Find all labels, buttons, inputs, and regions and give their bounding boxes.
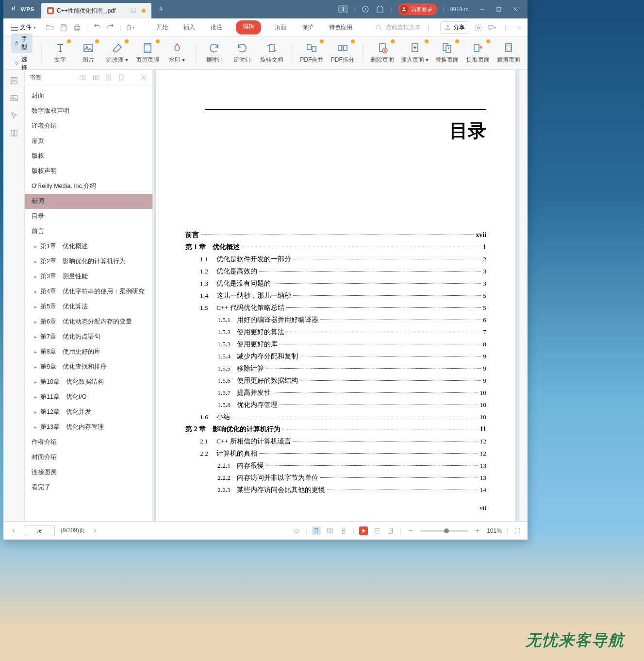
insert-page-button[interactable]: 插入页面 ▾ — [402, 40, 428, 66]
bookmark-item[interactable]: 献词 — [25, 194, 152, 209]
bookmark-item[interactable]: ▸第2章 影响优化的计算机行为 — [25, 254, 152, 269]
more-icon[interactable]: ⋮ — [501, 23, 510, 32]
bookmark-item[interactable]: ▸第3章 测量性能 — [25, 269, 152, 284]
bookmark-item[interactable]: ▸第5章 优化算法 — [25, 299, 152, 314]
menu-tab-3[interactable]: 编辑 — [236, 20, 261, 34]
new-tab-button[interactable]: + — [151, 4, 170, 15]
fit-page-icon[interactable] — [386, 526, 395, 535]
collapse-ribbon-icon[interactable] — [515, 23, 524, 32]
menu-tab-4[interactable]: 页面 — [273, 20, 288, 34]
bookmark-item[interactable]: 数字版权声明 — [25, 103, 152, 119]
document-area[interactable]: 目录 前言xvii第 1 章 优化概述11.1优化是软件开发的一部分21.2优化… — [153, 70, 519, 521]
collapse-all-icon[interactable] — [92, 74, 100, 82]
thumbnail-view-icon[interactable] — [9, 76, 19, 85]
bookmark-item[interactable]: 扉页 — [25, 134, 152, 149]
bookmark-item[interactable]: ▸第13章 优化内存管理 — [25, 420, 152, 435]
rotate-cw-button[interactable]: 顺时针 — [204, 40, 224, 66]
bookmark-tools — [80, 74, 148, 82]
settings-icon[interactable] — [474, 23, 483, 32]
add-bookmark-icon[interactable] — [105, 74, 113, 82]
single-page-view-icon[interactable] — [312, 526, 321, 535]
close-button[interactable] — [507, 2, 524, 16]
replace-page-button[interactable]: 替换页面 — [436, 40, 458, 66]
bookmark-item[interactable]: O'Reilly Media, Inc.介绍 — [25, 179, 152, 194]
image-button[interactable]: 图片 — [79, 40, 98, 66]
extract-page-button[interactable]: 提取页面 — [467, 40, 489, 66]
close-panel-icon[interactable] — [140, 74, 148, 82]
open-folder-icon[interactable] — [46, 23, 54, 32]
bookmark-item[interactable]: 看完了 — [25, 480, 152, 495]
status-divider-4: | — [507, 527, 508, 534]
bookmark-item[interactable]: ▸第12章 优化并发 — [25, 405, 152, 420]
bookmark-item[interactable]: ▸第11章 优化I/O — [25, 390, 152, 405]
zoom-out-button[interactable]: − — [406, 526, 415, 535]
print-icon[interactable] — [73, 23, 82, 32]
feedback-icon[interactable]: ▾ — [488, 23, 496, 32]
annotation-icon[interactable] — [9, 111, 19, 120]
eye-protect-icon[interactable] — [292, 526, 301, 535]
bookmark-item[interactable]: ▸第10章 优化数据结构 — [25, 374, 152, 390]
search-box[interactable]: 点此查找文本 ⋮ — [371, 21, 435, 34]
bookmark-item[interactable]: 版权声明 — [25, 164, 152, 179]
bookmark-item[interactable]: ▸第6章 优化动态分配内存的变量 — [25, 314, 152, 329]
header-footer-button[interactable]: 页眉页脚 — [136, 40, 158, 66]
bookmark-item[interactable]: 封面 — [25, 88, 152, 103]
export-icon[interactable]: ▾ — [126, 23, 135, 32]
bookmark-flag-icon[interactable] — [117, 74, 125, 82]
bookmark-rail-icon[interactable] — [9, 128, 19, 138]
bookmark-item[interactable]: 作者介绍 — [25, 435, 152, 450]
eraser-button[interactable]: 涂改液 ▾ — [107, 40, 128, 66]
play-button[interactable] — [359, 526, 368, 535]
bookmark-item[interactable]: ▸第9章 优化查找和排序 — [25, 359, 152, 374]
bookmark-item[interactable]: 版权 — [25, 149, 152, 164]
menu-tab-5[interactable]: 保护 — [300, 20, 315, 34]
wps-logo[interactable]: WPS — [3, 5, 41, 13]
hand-tool-button[interactable]: 手型 — [11, 34, 33, 53]
share-button[interactable]: 分享 — [440, 21, 469, 34]
menu-tab-1[interactable]: 插入 — [182, 20, 197, 34]
undo-icon[interactable] — [93, 23, 101, 32]
pdf-split-button[interactable]: PDF拆分 — [331, 40, 353, 66]
zoom-slider[interactable] — [420, 530, 468, 532]
zoom-in-button[interactable]: + — [473, 526, 482, 535]
two-page-view-icon[interactable] — [326, 526, 334, 535]
bookmark-item[interactable]: ▸第7章 优化热点语句 — [25, 329, 152, 344]
bookmark-item[interactable]: 译者介绍 — [25, 119, 152, 134]
bookmark-item[interactable]: 前言 — [25, 224, 152, 239]
continuous-view-icon[interactable] — [339, 526, 348, 535]
document-tab[interactable]: C++性能优化指南_.pdf — [41, 3, 151, 18]
login-button[interactable]: 访客登录 — [398, 3, 437, 15]
zoom-thumb[interactable] — [444, 528, 449, 533]
bookmark-item[interactable]: ▸第1章 优化概述 — [25, 239, 152, 254]
bookmark-item[interactable]: ▸第4章 优化字符串的使用：案例研究 — [25, 284, 152, 299]
bookmark-item[interactable]: 封面介绍 — [25, 450, 152, 465]
notification-badge[interactable]: 1 — [338, 5, 348, 13]
bookmark-item[interactable]: 目录 — [25, 209, 152, 224]
save-icon[interactable] — [59, 23, 68, 32]
rotate-ccw-button[interactable]: 逆时针 — [232, 40, 252, 66]
text-button[interactable]: 文字 — [50, 40, 70, 66]
fit-width-icon[interactable] — [373, 526, 381, 535]
cloud-sync-icon[interactable] — [361, 5, 370, 14]
bookmark-item[interactable]: 连接图灵 — [25, 465, 152, 480]
menu-tab-6[interactable]: 特色应用 — [327, 20, 354, 34]
prev-page-button[interactable] — [9, 526, 18, 535]
redo-icon[interactable] — [106, 23, 115, 32]
skin-icon[interactable] — [376, 5, 384, 14]
gallery-view-icon[interactable] — [9, 93, 19, 103]
minimize-button[interactable] — [474, 2, 491, 16]
crop-page-button[interactable]: 裁剪页面 — [498, 40, 520, 66]
menu-tab-0[interactable]: 开始 — [154, 20, 170, 34]
maximize-button[interactable] — [491, 2, 507, 16]
fullscreen-icon[interactable] — [513, 526, 522, 535]
pdf-merge-button[interactable]: PDF合并 — [301, 40, 323, 66]
rotate-doc-button[interactable]: 旋转文档 — [261, 40, 282, 66]
page-number-input[interactable] — [24, 525, 55, 536]
next-page-button[interactable] — [91, 526, 99, 535]
expand-all-icon[interactable] — [80, 74, 87, 82]
bookmark-item[interactable]: ▸第8章 使用更好的库 — [25, 344, 152, 359]
menu-tab-2[interactable]: 批注 — [209, 20, 224, 34]
file-menu[interactable]: 文件 ▾ — [7, 21, 40, 34]
watermark-button[interactable]: 水印 ▾ — [167, 40, 187, 66]
delete-page-button[interactable]: 删除页面 — [371, 40, 393, 66]
